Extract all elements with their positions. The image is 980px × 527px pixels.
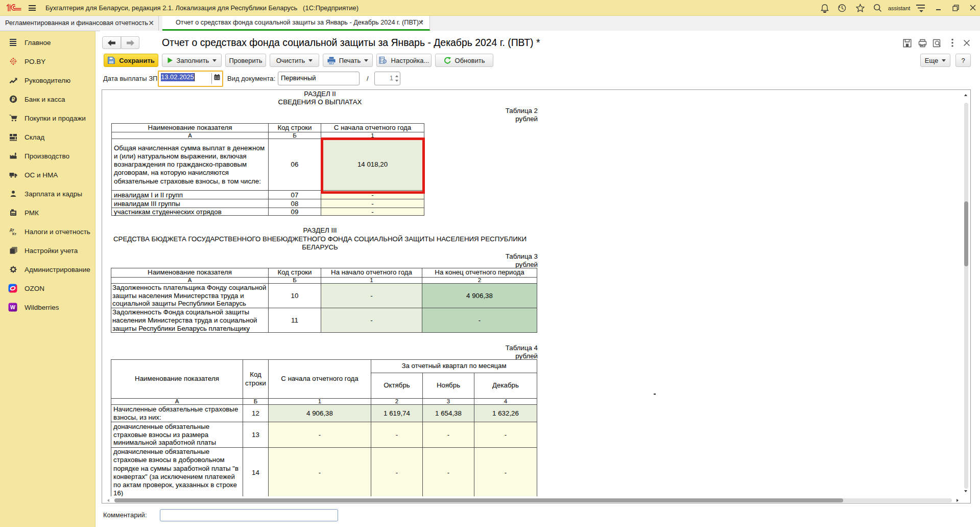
svg-text:Кт: Кт xyxy=(12,232,17,236)
svg-text:W: W xyxy=(10,304,15,310)
svg-text:₽: ₽ xyxy=(12,96,15,102)
